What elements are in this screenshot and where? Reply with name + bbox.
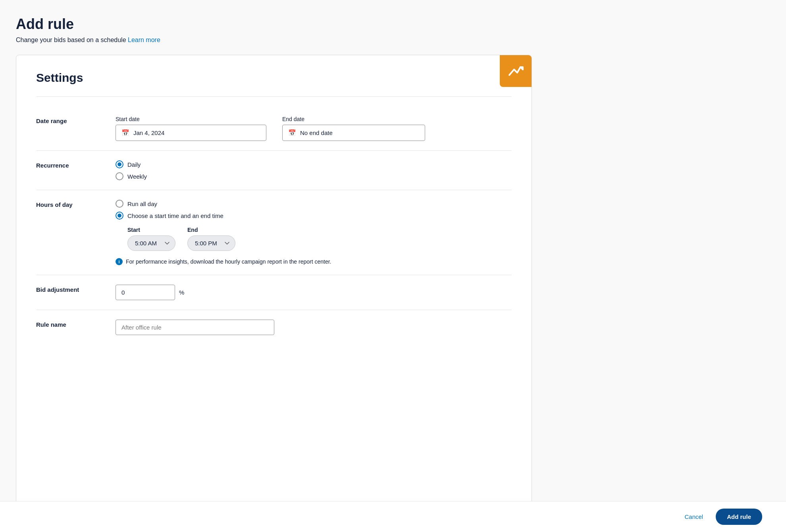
add-rule-button[interactable]: Add rule [716, 509, 762, 525]
end-date-value: No end date [300, 129, 333, 136]
end-time-label: End [187, 227, 235, 233]
hours-of-day-row: Hours of day Run all day Choose a start … [36, 190, 512, 275]
recurrence-weekly-radio[interactable] [116, 172, 123, 180]
recurrence-weekly-option[interactable]: Weekly [116, 172, 512, 180]
recurrence-content: Daily Weekly [116, 160, 512, 180]
settings-divider [36, 96, 512, 97]
end-date-label: End date [282, 116, 425, 122]
start-time-select[interactable]: 5:00 AM 12:00 AM 1:00 AM 6:00 AM 7:00 AM… [127, 235, 175, 251]
choose-time-radio[interactable] [116, 212, 123, 220]
bid-adjustment-label: Bid adjustment [36, 285, 116, 293]
end-date-calendar-icon: 📅 [288, 129, 296, 137]
rule-name-content [116, 320, 512, 335]
end-date-field: End date 📅 No end date [282, 116, 425, 141]
recurrence-daily-radio[interactable] [116, 160, 123, 168]
subtitle-text: Change your bids based on a schedule [16, 37, 126, 43]
run-all-day-option[interactable]: Run all day [116, 200, 512, 208]
start-date-field: Start date 📅 Jan 4, 2024 [116, 116, 266, 141]
choose-time-label: Choose a start time and an end time [127, 212, 223, 219]
recurrence-weekly-label: Weekly [127, 173, 147, 180]
date-range-label: Date range [36, 116, 116, 124]
recurrence-daily-label: Daily [127, 161, 141, 168]
choose-time-option[interactable]: Choose a start time and an end time [116, 212, 512, 220]
start-date-input[interactable]: 📅 Jan 4, 2024 [116, 125, 266, 141]
time-selectors: Start 5:00 AM 12:00 AM 1:00 AM 6:00 AM 7… [127, 227, 512, 251]
date-range-row: Date range Start date 📅 Jan 4, 2024 End … [36, 106, 512, 151]
learn-more-link[interactable]: Learn more [128, 37, 160, 43]
hours-of-day-label: Hours of day [36, 200, 116, 208]
app-logo [500, 55, 532, 87]
start-time-field: Start 5:00 AM 12:00 AM 1:00 AM 6:00 AM 7… [127, 227, 175, 251]
run-all-day-radio[interactable] [116, 200, 123, 208]
recurrence-radio-group: Daily Weekly [116, 160, 512, 180]
start-date-label: Start date [116, 116, 266, 122]
start-date-value: Jan 4, 2024 [133, 129, 164, 136]
start-time-label: Start [127, 227, 175, 233]
cancel-button[interactable]: Cancel [678, 509, 709, 524]
rule-name-input[interactable] [116, 320, 274, 335]
page-subtitle: Change your bids based on a schedule Lea… [16, 37, 762, 44]
settings-card: Settings Date range Start date 📅 Jan 4, … [16, 55, 532, 516]
rule-name-row: Rule name [36, 310, 512, 345]
recurrence-row: Recurrence Daily Weekly [36, 151, 512, 190]
info-message-text: For performance insights, download the h… [126, 258, 331, 265]
bid-adjustment-content: 0 % [116, 285, 512, 300]
end-time-field: End 5:00 PM 12:00 PM 1:00 PM 2:00 PM 3:0… [187, 227, 235, 251]
app-logo-icon [506, 62, 525, 81]
start-date-calendar-icon: 📅 [121, 129, 129, 137]
hours-of-day-content: Run all day Choose a start time and an e… [116, 200, 512, 265]
info-icon: i [116, 258, 123, 265]
page-title: Add rule [16, 16, 762, 33]
bid-adjustment-input-wrap: 0 % [116, 285, 512, 300]
end-date-input[interactable]: 📅 No end date [282, 125, 425, 141]
info-message: i For performance insights, download the… [116, 258, 512, 265]
settings-section-title: Settings [36, 71, 512, 85]
date-range-content: Start date 📅 Jan 4, 2024 End date 📅 No e… [116, 116, 512, 141]
bid-percent-symbol: % [179, 289, 184, 296]
hours-radio-group: Run all day Choose a start time and an e… [116, 200, 512, 220]
bottom-bar: Cancel Add rule [0, 501, 786, 532]
bid-adjustment-row: Bid adjustment 0 % [36, 275, 512, 310]
recurrence-daily-option[interactable]: Daily [116, 160, 512, 168]
form-section: Date range Start date 📅 Jan 4, 2024 End … [36, 106, 512, 345]
recurrence-label: Recurrence [36, 160, 116, 169]
end-time-select[interactable]: 5:00 PM 12:00 PM 1:00 PM 2:00 PM 3:00 PM… [187, 235, 235, 251]
run-all-day-label: Run all day [127, 200, 157, 207]
rule-name-label: Rule name [36, 320, 116, 328]
date-range-inputs: Start date 📅 Jan 4, 2024 End date 📅 No e… [116, 116, 512, 141]
bid-adjustment-input[interactable]: 0 [116, 285, 175, 300]
